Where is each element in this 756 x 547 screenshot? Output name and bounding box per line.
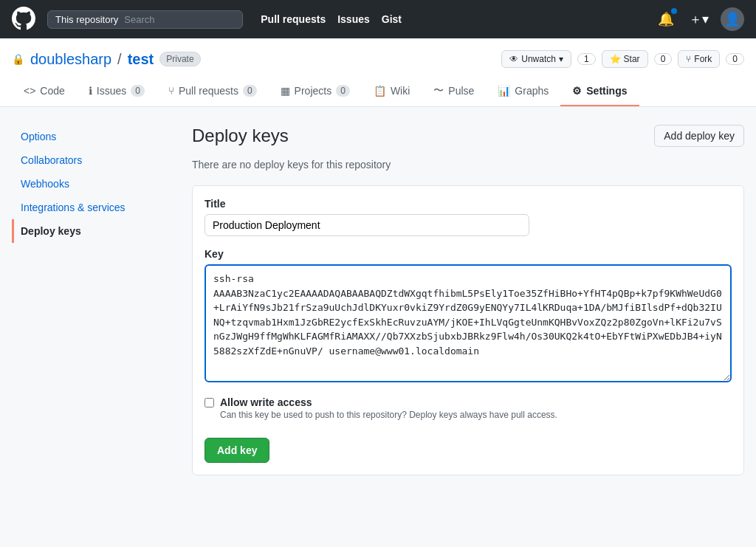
tab-code-label: Code bbox=[40, 85, 64, 97]
tab-code[interactable]: <> Code bbox=[12, 77, 77, 106]
key-group: Key bbox=[205, 248, 732, 385]
navbar-gist[interactable]: Gist bbox=[382, 13, 402, 25]
tab-pull-requests[interactable]: ⑂ Pull requests 0 bbox=[157, 77, 269, 106]
main-container: Options Collaborators Webhooks Integrati… bbox=[0, 125, 756, 475]
tab-pulse-label: Pulse bbox=[448, 85, 474, 97]
key-label: Key bbox=[205, 248, 732, 260]
watch-count: 1 bbox=[577, 53, 596, 65]
watch-button[interactable]: 👁 Unwatch ▾ bbox=[501, 50, 571, 68]
deploy-key-form-card: Title Key Allow write access Can this ke… bbox=[192, 185, 744, 475]
repo-header: 🔒 doublesharp / test Private 👁 Unwatch ▾… bbox=[0, 38, 756, 107]
tab-wiki-label: Wiki bbox=[391, 85, 410, 97]
repo-selector-label: This repository bbox=[55, 14, 118, 25]
tab-issues-label: Issues bbox=[97, 85, 126, 97]
repo-title-bar: 🔒 doublesharp / test Private 👁 Unwatch ▾… bbox=[12, 50, 744, 68]
page-header: Deploy keys Add deploy key bbox=[192, 125, 744, 147]
tab-pulse[interactable]: 〜 Pulse bbox=[422, 77, 486, 106]
graphs-icon: 📊 bbox=[498, 85, 510, 97]
settings-icon: ⚙ bbox=[572, 85, 582, 97]
watch-dropdown-icon: ▾ bbox=[559, 54, 563, 64]
fork-button[interactable]: ⑂ Fork bbox=[678, 50, 720, 68]
navbar-links: Pull requests Issues Gist bbox=[261, 13, 402, 25]
star-icon: ⭐ bbox=[610, 54, 621, 64]
repo-owner-link[interactable]: doublesharp bbox=[30, 51, 111, 68]
watch-label: Unwatch bbox=[521, 54, 556, 64]
fork-label: Fork bbox=[694, 54, 712, 64]
notification-dot bbox=[671, 8, 677, 14]
eye-icon: 👁 bbox=[509, 54, 518, 64]
submit-button[interactable]: Add key bbox=[205, 438, 269, 463]
navbar: This repository Pull requests Issues Gis… bbox=[0, 0, 756, 38]
wiki-icon: 📋 bbox=[374, 85, 386, 97]
fork-count: 0 bbox=[726, 53, 744, 65]
empty-message: There are no deploy keys for this reposi… bbox=[192, 159, 744, 171]
fork-icon: ⑂ bbox=[686, 54, 691, 64]
star-label: Star bbox=[624, 54, 640, 64]
search-input[interactable] bbox=[124, 14, 235, 25]
tab-pr-label: Pull requests bbox=[179, 85, 238, 97]
private-badge: Private bbox=[159, 52, 200, 66]
issues-icon: ℹ bbox=[89, 85, 92, 97]
pr-icon: ⑂ bbox=[168, 85, 174, 97]
tab-graphs[interactable]: 📊 Graphs bbox=[486, 77, 560, 106]
navbar-right: 🔔 ＋▾ 👤 bbox=[655, 7, 744, 31]
sidebar-item-deploy-keys[interactable]: Deploy keys bbox=[12, 219, 174, 243]
pr-count: 0 bbox=[243, 85, 257, 97]
projects-count: 0 bbox=[336, 85, 350, 97]
allow-write-group: Allow write access Can this key be used … bbox=[205, 396, 732, 420]
allow-write-help: Can this key be used to push to this rep… bbox=[220, 410, 557, 420]
tab-settings[interactable]: ⚙ Settings bbox=[560, 77, 639, 106]
github-logo[interactable] bbox=[12, 7, 35, 32]
tab-projects[interactable]: ▦ Projects 0 bbox=[269, 77, 362, 106]
settings-sidebar: Options Collaborators Webhooks Integrati… bbox=[12, 125, 174, 475]
tab-wiki[interactable]: 📋 Wiki bbox=[362, 77, 422, 106]
sidebar-item-webhooks[interactable]: Webhooks bbox=[12, 172, 174, 196]
navbar-pull-requests[interactable]: Pull requests bbox=[261, 13, 326, 25]
allow-write-checkbox[interactable] bbox=[205, 398, 214, 407]
sidebar-item-collaborators[interactable]: Collaborators bbox=[12, 148, 174, 172]
sidebar-item-options[interactable]: Options bbox=[12, 125, 174, 148]
repo-actions: 👁 Unwatch ▾ 1 ⭐ Star 0 ⑂ Fork 0 bbox=[501, 50, 744, 68]
pulse-icon: 〜 bbox=[433, 84, 444, 97]
repo-name-link[interactable]: test bbox=[128, 51, 154, 68]
tab-projects-label: Projects bbox=[295, 85, 332, 97]
navbar-issues[interactable]: Issues bbox=[337, 13, 370, 25]
projects-icon: ▦ bbox=[281, 85, 290, 97]
page-content: Deploy keys Add deploy key There are no … bbox=[192, 125, 744, 475]
repo-tabs: <> Code ℹ Issues 0 ⑂ Pull requests 0 ▦ P… bbox=[12, 77, 744, 106]
tab-settings-label: Settings bbox=[586, 85, 627, 97]
star-count: 0 bbox=[654, 53, 673, 65]
notifications-button[interactable]: 🔔 bbox=[655, 8, 677, 30]
allow-write-label[interactable]: Allow write access bbox=[220, 396, 312, 408]
add-button[interactable]: ＋▾ bbox=[686, 7, 712, 31]
tab-issues[interactable]: ℹ Issues 0 bbox=[77, 77, 157, 106]
star-button[interactable]: ⭐ Star bbox=[602, 50, 648, 68]
lock-icon: 🔒 bbox=[12, 53, 24, 65]
repo-selector[interactable]: This repository bbox=[47, 10, 243, 29]
tab-graphs-label: Graphs bbox=[515, 85, 549, 97]
issues-count: 0 bbox=[131, 85, 145, 97]
add-deploy-key-button[interactable]: Add deploy key bbox=[654, 125, 744, 147]
avatar[interactable]: 👤 bbox=[721, 7, 744, 31]
sidebar-item-integrations[interactable]: Integrations & services bbox=[12, 196, 174, 219]
title-label: Title bbox=[205, 198, 732, 210]
code-icon: <> bbox=[24, 85, 35, 97]
title-group: Title bbox=[205, 198, 732, 236]
page-title: Deploy keys bbox=[192, 125, 289, 146]
key-textarea[interactable] bbox=[205, 264, 732, 382]
title-input[interactable] bbox=[205, 214, 529, 236]
